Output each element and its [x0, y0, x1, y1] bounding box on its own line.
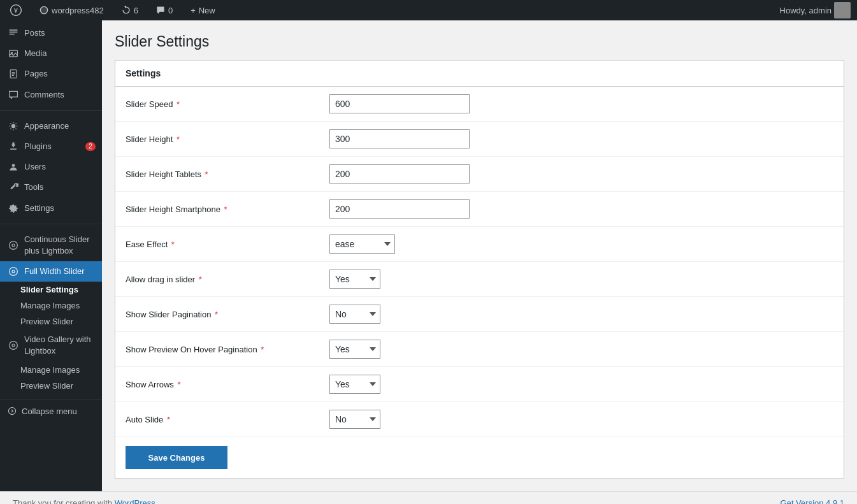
row-show-preview-hover: Show Preview On Hover Pagination * Yes N… — [115, 332, 844, 367]
input-slider-height-tablets[interactable] — [329, 164, 470, 184]
select-show-preview-hover[interactable]: Yes No — [329, 340, 380, 359]
posts-label: Posts — [24, 27, 96, 39]
footer-left: Thank you for creating with WordPress . — [13, 498, 160, 504]
control-allow-drag: Yes No — [329, 270, 833, 289]
label-show-pagination: Show Slider Pagination * — [126, 310, 329, 319]
required-mark: * — [224, 205, 227, 214]
row-slider-height-smartphone: Slider Height Smartphone * — [115, 192, 844, 227]
users-label: Users — [24, 161, 96, 173]
site-name[interactable]: wordpress482 — [36, 0, 108, 20]
updates[interactable]: 6 — [118, 0, 142, 20]
settings-icon — [8, 203, 19, 214]
label-slider-height: Slider Height * — [126, 134, 329, 144]
collapse-label: Collapse menu — [22, 407, 77, 416]
sidebar-item-video-gallery[interactable]: Video Gallery with Lightbox — [0, 329, 102, 361]
comments-icon — [8, 89, 19, 101]
submenu-manage-images-2[interactable]: Manage Images — [0, 362, 102, 378]
sidebar: Posts Media Pages Comments — [0, 20, 102, 491]
control-slider-height — [329, 129, 833, 148]
submenu-preview-slider-1[interactable]: Preview Slider — [0, 313, 102, 329]
input-slider-height-smartphone[interactable] — [329, 199, 470, 219]
select-show-arrows[interactable]: Yes No — [329, 375, 380, 394]
plugins-icon — [8, 141, 19, 152]
new-content[interactable]: + New — [187, 0, 219, 20]
full-width-slider-icon — [8, 266, 19, 277]
label-auto-slide: Auto Slide * — [126, 415, 329, 424]
plugins-badge: 2 — [85, 142, 96, 151]
row-auto-slide: Auto Slide * Yes No — [115, 402, 844, 437]
comments-bar[interactable]: 0 — [152, 0, 176, 20]
comments-label: Comments — [24, 89, 96, 101]
admin-bar: wordpress482 6 0 + New Howdy, admin — [0, 0, 857, 20]
required-mark: * — [199, 275, 202, 284]
input-slider-speed[interactable] — [329, 94, 470, 113]
control-show-pagination: Yes No — [329, 305, 833, 324]
svg-point-10 — [11, 124, 15, 128]
sidebar-item-comments[interactable]: Comments — [0, 85, 102, 105]
submenu-slider-settings[interactable]: Slider Settings — [0, 282, 102, 298]
video-gallery-icon — [8, 340, 19, 351]
wp-logo[interactable] — [6, 0, 25, 20]
row-slider-height: Slider Height * — [115, 122, 844, 157]
svg-point-12 — [12, 164, 15, 167]
control-slider-height-tablets — [329, 164, 833, 184]
submenu-preview-slider-2[interactable]: Preview Slider — [0, 378, 102, 394]
svg-point-15 — [12, 270, 15, 273]
sidebar-item-continuous-slider[interactable]: Continuous Slider plus Lightbox — [0, 229, 102, 261]
page-title: Slider Settings — [115, 33, 844, 50]
submenu-manage-images-1[interactable]: Manage Images — [0, 298, 102, 313]
media-label: Media — [24, 48, 96, 59]
select-auto-slide[interactable]: Yes No — [329, 410, 380, 429]
appearance-label: Appearance — [24, 120, 96, 132]
sidebar-item-settings[interactable]: Settings — [0, 198, 102, 219]
version-link[interactable]: Get Version 4.9.1 — [781, 498, 844, 504]
users-icon — [8, 161, 19, 173]
input-slider-height[interactable] — [329, 129, 470, 148]
sidebar-item-pages[interactable]: Pages — [0, 64, 102, 84]
sidebar-item-users[interactable]: Users — [0, 157, 102, 177]
row-show-pagination: Show Slider Pagination * Yes No — [115, 297, 844, 332]
sidebar-item-plugins[interactable]: Plugins 2 — [0, 136, 102, 157]
avatar — [834, 2, 851, 18]
row-slider-speed: Slider Speed * — [115, 87, 844, 122]
sidebar-item-media[interactable]: Media — [0, 43, 102, 64]
pages-label: Pages — [24, 68, 96, 80]
posts-icon — [8, 27, 19, 39]
select-allow-drag[interactable]: Yes No — [329, 270, 380, 289]
label-slider-speed: Slider Speed * — [126, 99, 329, 109]
sidebar-item-tools[interactable]: Tools — [0, 177, 102, 198]
full-width-slider-label: Full Width Slider — [24, 266, 96, 277]
footer-right: Get Version 4.9.1 — [781, 498, 844, 504]
sidebar-item-appearance[interactable]: Appearance — [0, 116, 102, 136]
admin-user: Howdy, admin — [780, 2, 851, 18]
required-mark: * — [171, 240, 175, 249]
svg-rect-1 — [10, 29, 18, 31]
video-gallery-label: Video Gallery with Lightbox — [24, 334, 96, 357]
label-allow-drag: Allow drag in slider * — [126, 275, 329, 284]
save-button[interactable]: Save Changes — [126, 446, 227, 469]
collapse-menu[interactable]: Collapse menu — [0, 402, 102, 421]
row-allow-drag: Allow drag in slider * Yes No — [115, 262, 844, 297]
label-slider-height-tablets: Slider Height Tablets * — [126, 169, 329, 179]
pages-icon — [8, 68, 19, 80]
row-show-arrows: Show Arrows * Yes No — [115, 367, 844, 402]
plugins-label: Plugins — [24, 141, 80, 152]
sidebar-item-posts[interactable]: Posts — [0, 23, 102, 43]
svg-rect-11 — [10, 148, 17, 150]
wordpress-link[interactable]: WordPress — [115, 498, 155, 504]
video-gallery-submenu: Manage Images Preview Slider — [0, 362, 102, 394]
sidebar-item-full-width-slider[interactable]: Full Width Slider — [0, 261, 102, 282]
row-ease-effect: Ease Effect * ease linear ease-in ease-o… — [115, 227, 844, 262]
select-ease-effect[interactable]: ease linear ease-in ease-out ease-in-out — [329, 234, 395, 254]
control-ease-effect: ease linear ease-in ease-out ease-in-out — [329, 234, 833, 254]
control-show-arrows: Yes No — [329, 375, 833, 394]
svg-point-16 — [12, 344, 15, 347]
required-mark: * — [167, 415, 170, 424]
select-show-pagination[interactable]: Yes No — [329, 305, 380, 324]
label-show-arrows: Show Arrows * — [126, 380, 329, 389]
control-slider-speed — [329, 94, 833, 113]
tools-icon — [8, 182, 19, 193]
required-mark: * — [261, 345, 264, 354]
save-row: Save Changes — [115, 437, 844, 478]
required-mark: * — [176, 134, 180, 144]
